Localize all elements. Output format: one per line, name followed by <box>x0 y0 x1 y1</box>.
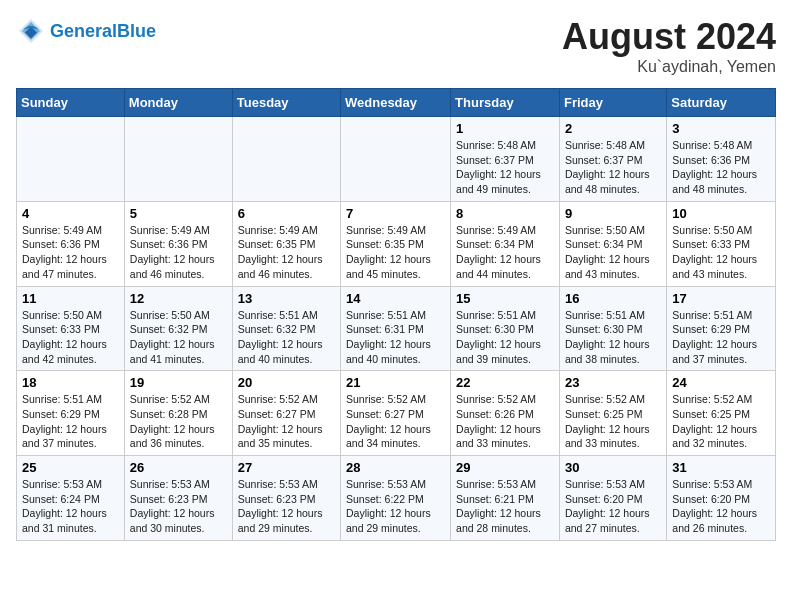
calendar-cell: 22Sunrise: 5:52 AMSunset: 6:26 PMDayligh… <box>451 371 560 456</box>
day-info: Sunrise: 5:48 AMSunset: 6:36 PMDaylight:… <box>672 138 770 197</box>
day-info: Sunrise: 5:51 AMSunset: 6:31 PMDaylight:… <box>346 308 445 367</box>
calendar-week-4: 18Sunrise: 5:51 AMSunset: 6:29 PMDayligh… <box>17 371 776 456</box>
day-info: Sunrise: 5:52 AMSunset: 6:27 PMDaylight:… <box>346 392 445 451</box>
calendar-cell: 14Sunrise: 5:51 AMSunset: 6:31 PMDayligh… <box>341 286 451 371</box>
calendar-cell: 2Sunrise: 5:48 AMSunset: 6:37 PMDaylight… <box>559 117 666 202</box>
day-number: 28 <box>346 460 445 475</box>
calendar-cell: 16Sunrise: 5:51 AMSunset: 6:30 PMDayligh… <box>559 286 666 371</box>
day-number: 27 <box>238 460 335 475</box>
day-number: 23 <box>565 375 661 390</box>
logo-general: General <box>50 21 117 41</box>
day-info: Sunrise: 5:50 AMSunset: 6:33 PMDaylight:… <box>22 308 119 367</box>
day-number: 14 <box>346 291 445 306</box>
day-number: 20 <box>238 375 335 390</box>
calendar-cell <box>232 117 340 202</box>
header-day-wednesday: Wednesday <box>341 89 451 117</box>
day-info: Sunrise: 5:48 AMSunset: 6:37 PMDaylight:… <box>456 138 554 197</box>
day-info: Sunrise: 5:51 AMSunset: 6:29 PMDaylight:… <box>672 308 770 367</box>
day-info: Sunrise: 5:50 AMSunset: 6:34 PMDaylight:… <box>565 223 661 282</box>
calendar-cell <box>124 117 232 202</box>
day-number: 25 <box>22 460 119 475</box>
day-number: 7 <box>346 206 445 221</box>
calendar-header-row: SundayMondayTuesdayWednesdayThursdayFrid… <box>17 89 776 117</box>
calendar-cell: 11Sunrise: 5:50 AMSunset: 6:33 PMDayligh… <box>17 286 125 371</box>
day-number: 16 <box>565 291 661 306</box>
calendar-cell: 10Sunrise: 5:50 AMSunset: 6:33 PMDayligh… <box>667 201 776 286</box>
calendar-cell: 15Sunrise: 5:51 AMSunset: 6:30 PMDayligh… <box>451 286 560 371</box>
calendar-cell: 6Sunrise: 5:49 AMSunset: 6:35 PMDaylight… <box>232 201 340 286</box>
logo-text: GeneralBlue <box>50 21 156 42</box>
day-info: Sunrise: 5:50 AMSunset: 6:33 PMDaylight:… <box>672 223 770 282</box>
calendar-cell <box>17 117 125 202</box>
calendar-cell: 27Sunrise: 5:53 AMSunset: 6:23 PMDayligh… <box>232 456 340 541</box>
calendar-cell: 28Sunrise: 5:53 AMSunset: 6:22 PMDayligh… <box>341 456 451 541</box>
day-number: 19 <box>130 375 227 390</box>
day-info: Sunrise: 5:52 AMSunset: 6:25 PMDaylight:… <box>565 392 661 451</box>
day-info: Sunrise: 5:53 AMSunset: 6:22 PMDaylight:… <box>346 477 445 536</box>
day-number: 29 <box>456 460 554 475</box>
location: Ku`aydinah, Yemen <box>562 58 776 76</box>
calendar-cell: 17Sunrise: 5:51 AMSunset: 6:29 PMDayligh… <box>667 286 776 371</box>
calendar-cell: 8Sunrise: 5:49 AMSunset: 6:34 PMDaylight… <box>451 201 560 286</box>
calendar-cell: 3Sunrise: 5:48 AMSunset: 6:36 PMDaylight… <box>667 117 776 202</box>
calendar-cell: 7Sunrise: 5:49 AMSunset: 6:35 PMDaylight… <box>341 201 451 286</box>
day-number: 17 <box>672 291 770 306</box>
day-info: Sunrise: 5:49 AMSunset: 6:36 PMDaylight:… <box>130 223 227 282</box>
day-info: Sunrise: 5:51 AMSunset: 6:30 PMDaylight:… <box>456 308 554 367</box>
day-info: Sunrise: 5:52 AMSunset: 6:26 PMDaylight:… <box>456 392 554 451</box>
day-info: Sunrise: 5:53 AMSunset: 6:23 PMDaylight:… <box>238 477 335 536</box>
day-number: 10 <box>672 206 770 221</box>
calendar-cell: 5Sunrise: 5:49 AMSunset: 6:36 PMDaylight… <box>124 201 232 286</box>
day-info: Sunrise: 5:48 AMSunset: 6:37 PMDaylight:… <box>565 138 661 197</box>
header-day-saturday: Saturday <box>667 89 776 117</box>
day-number: 9 <box>565 206 661 221</box>
calendar-cell: 20Sunrise: 5:52 AMSunset: 6:27 PMDayligh… <box>232 371 340 456</box>
day-info: Sunrise: 5:49 AMSunset: 6:35 PMDaylight:… <box>238 223 335 282</box>
day-number: 12 <box>130 291 227 306</box>
day-number: 15 <box>456 291 554 306</box>
day-number: 3 <box>672 121 770 136</box>
day-info: Sunrise: 5:52 AMSunset: 6:25 PMDaylight:… <box>672 392 770 451</box>
day-info: Sunrise: 5:53 AMSunset: 6:24 PMDaylight:… <box>22 477 119 536</box>
day-number: 1 <box>456 121 554 136</box>
day-info: Sunrise: 5:52 AMSunset: 6:28 PMDaylight:… <box>130 392 227 451</box>
day-info: Sunrise: 5:51 AMSunset: 6:29 PMDaylight:… <box>22 392 119 451</box>
calendar-cell: 12Sunrise: 5:50 AMSunset: 6:32 PMDayligh… <box>124 286 232 371</box>
day-info: Sunrise: 5:49 AMSunset: 6:35 PMDaylight:… <box>346 223 445 282</box>
day-number: 5 <box>130 206 227 221</box>
day-number: 24 <box>672 375 770 390</box>
day-number: 18 <box>22 375 119 390</box>
calendar-table: SundayMondayTuesdayWednesdayThursdayFrid… <box>16 88 776 541</box>
day-info: Sunrise: 5:53 AMSunset: 6:20 PMDaylight:… <box>672 477 770 536</box>
calendar-week-1: 1Sunrise: 5:48 AMSunset: 6:37 PMDaylight… <box>17 117 776 202</box>
day-info: Sunrise: 5:53 AMSunset: 6:20 PMDaylight:… <box>565 477 661 536</box>
day-number: 22 <box>456 375 554 390</box>
logo: GeneralBlue <box>16 16 156 46</box>
calendar-cell: 29Sunrise: 5:53 AMSunset: 6:21 PMDayligh… <box>451 456 560 541</box>
day-number: 21 <box>346 375 445 390</box>
day-number: 31 <box>672 460 770 475</box>
header-day-sunday: Sunday <box>17 89 125 117</box>
day-info: Sunrise: 5:53 AMSunset: 6:23 PMDaylight:… <box>130 477 227 536</box>
day-number: 2 <box>565 121 661 136</box>
calendar-cell: 31Sunrise: 5:53 AMSunset: 6:20 PMDayligh… <box>667 456 776 541</box>
day-info: Sunrise: 5:53 AMSunset: 6:21 PMDaylight:… <box>456 477 554 536</box>
day-number: 26 <box>130 460 227 475</box>
calendar-cell: 19Sunrise: 5:52 AMSunset: 6:28 PMDayligh… <box>124 371 232 456</box>
calendar-cell: 23Sunrise: 5:52 AMSunset: 6:25 PMDayligh… <box>559 371 666 456</box>
day-number: 13 <box>238 291 335 306</box>
header-day-friday: Friday <box>559 89 666 117</box>
day-number: 11 <box>22 291 119 306</box>
calendar-cell: 30Sunrise: 5:53 AMSunset: 6:20 PMDayligh… <box>559 456 666 541</box>
day-info: Sunrise: 5:50 AMSunset: 6:32 PMDaylight:… <box>130 308 227 367</box>
calendar-week-3: 11Sunrise: 5:50 AMSunset: 6:33 PMDayligh… <box>17 286 776 371</box>
calendar-cell: 4Sunrise: 5:49 AMSunset: 6:36 PMDaylight… <box>17 201 125 286</box>
calendar-cell: 1Sunrise: 5:48 AMSunset: 6:37 PMDaylight… <box>451 117 560 202</box>
day-info: Sunrise: 5:51 AMSunset: 6:32 PMDaylight:… <box>238 308 335 367</box>
page-header: GeneralBlue August 2024 Ku`aydinah, Yeme… <box>16 16 776 76</box>
day-info: Sunrise: 5:49 AMSunset: 6:34 PMDaylight:… <box>456 223 554 282</box>
month-year: August 2024 <box>562 16 776 58</box>
logo-blue: Blue <box>117 21 156 41</box>
day-number: 4 <box>22 206 119 221</box>
calendar-week-5: 25Sunrise: 5:53 AMSunset: 6:24 PMDayligh… <box>17 456 776 541</box>
